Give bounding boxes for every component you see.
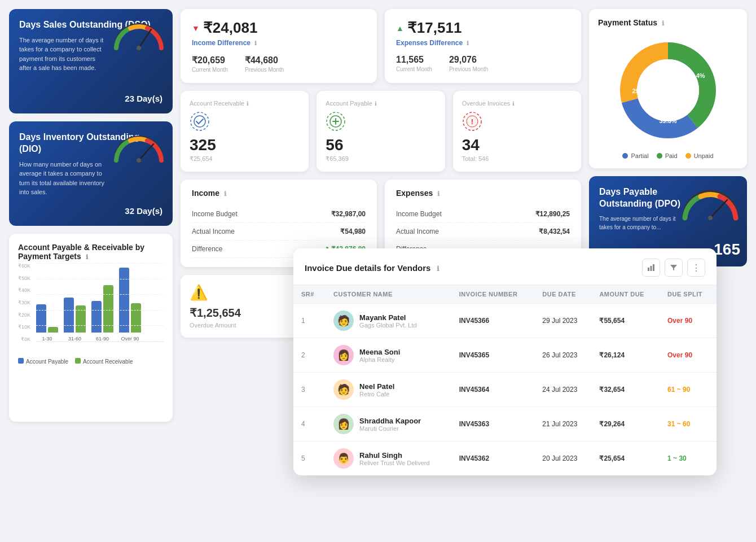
account-receivable-card: Account Receivable ℹ 325 ₹25,654 — [181, 91, 309, 172]
cell-due-date: 20 Jul 2023 — [534, 442, 591, 476]
ar-amount: ₹25,654 — [190, 155, 300, 163]
cell-sr: 2 — [293, 338, 326, 373]
svg-text:!: ! — [471, 117, 473, 126]
oi-info-icon[interactable]: ℹ — [512, 100, 515, 107]
customer-name: Rahul Singh — [359, 451, 430, 460]
modal-actions: ⋮ — [642, 259, 705, 277]
expenses-row-actual: Actual Income ₹8,432,54 — [396, 223, 570, 241]
expense-diff-sub: 11,565 Current Month 29,076 Previous Mon… — [396, 55, 570, 72]
income-row-actual: Actual Income ₹54,980 — [192, 223, 366, 241]
dpo-days: 165 — [714, 241, 740, 259]
dso-card: Days Sales Outstanding (DSO) The average… — [9, 9, 173, 113]
income-prev-val: ₹44,680 — [245, 55, 284, 65]
cell-invoice: INV45364 — [451, 373, 535, 407]
ap-chart-card: Account Payable & Receivable by Payment … — [9, 234, 173, 422]
bar-ap-31-60 — [64, 298, 74, 333]
dso-days: 23 Day(s) — [125, 94, 162, 103]
ps-info-icon[interactable]: ℹ — [662, 20, 664, 27]
dso-desc: The average number of days it takes for … — [19, 36, 107, 73]
top-metrics-row: ▼ ₹24,081 Income Difference ℹ ₹20,659 Cu… — [181, 9, 581, 83]
partial-dot — [622, 153, 628, 159]
overdue-icon: ⚠️ — [190, 284, 208, 301]
income-title: Income ℹ — [192, 189, 366, 198]
cell-invoice: INV45366 — [451, 304, 535, 338]
y-label-10k: ₹10K — [18, 324, 30, 330]
left-column: Days Sales Outstanding (DSO) The average… — [9, 9, 173, 422]
col-due-date: DUE DATE — [534, 285, 591, 304]
bar-group-1-30: 1-30 — [36, 304, 58, 342]
ar-info-icon[interactable]: ℹ — [247, 100, 249, 107]
ap-info-icon[interactable]: ℹ — [375, 100, 377, 107]
oi-header: Overdue Invoices ℹ — [462, 100, 572, 107]
expense-current-val: 11,565 — [396, 55, 432, 65]
modal-chart-button[interactable] — [642, 259, 660, 277]
table-row[interactable]: 4 👩 Shraddha Kapoor Maruti Courier INV45… — [293, 407, 717, 442]
bar-group-31-60: 31-60 — [64, 298, 86, 342]
table-row[interactable]: 5 👨 Rahul Singh Reliver Trust We Deliver… — [293, 442, 717, 476]
svg-line-2 — [139, 144, 153, 160]
account-payable-card: Account Payable ℹ 56 ₹65,369 — [317, 91, 445, 172]
paid-dot — [657, 153, 662, 159]
customer-avatar: 🧑 — [333, 379, 354, 400]
table-row[interactable]: 2 👩 Meena Soni Alpha Realty INV45365 26 … — [293, 338, 717, 373]
expense-diff-info-icon[interactable]: ℹ — [467, 40, 469, 46]
income-info-icon[interactable]: ℹ — [224, 190, 226, 197]
dio-days: 32 Day(s) — [125, 206, 162, 216]
ap-header: Account Payable ℹ — [326, 100, 436, 107]
modal-filter-button[interactable] — [665, 259, 683, 277]
svg-point-4 — [191, 112, 209, 130]
table-header-row: SR# CUSTOMER NAME INVOICE NUMBER DUE DAT… — [293, 285, 717, 304]
y-label-0k: ₹0K — [18, 336, 30, 342]
x-label-31-60: 31-60 — [68, 336, 81, 342]
bar-group-over90: Over 90 — [119, 268, 141, 342]
expenses-info-icon[interactable]: ℹ — [437, 190, 439, 197]
svg-rect-22 — [650, 266, 652, 271]
ap-chart-title: Account Payable & Receivable by Payment … — [18, 243, 164, 261]
expense-prev-lbl: Previous Month — [449, 66, 488, 72]
dso-gauge — [111, 17, 167, 56]
cell-customer: 🧑 Mayank Patel Gags Global Pvt. Ltd — [326, 304, 451, 338]
ar-icon — [190, 111, 210, 132]
customer-name: Shraddha Kapoor — [359, 417, 421, 425]
overdue-amount-val: ₹1,25,654 — [190, 306, 241, 320]
payment-status-card: Payment Status ℹ — [589, 9, 747, 168]
oi-count: 34 — [462, 136, 572, 154]
col-customer: CUSTOMER NAME — [326, 285, 451, 304]
customer-company: Retro Cafe — [359, 391, 394, 397]
col-sr: SR# — [293, 285, 326, 304]
invoice-modal: Invoice Due details for Vendors ℹ ⋮ SR# … — [293, 248, 717, 475]
ap-count: 56 — [326, 136, 436, 154]
overdue-amount-lbl: Overdue Amount — [190, 322, 236, 329]
income-row-budget: Income Budget ₹32,987,00 — [192, 206, 366, 223]
cell-split: Over 90 — [660, 304, 717, 338]
customer-name: Meena Soni — [359, 348, 400, 356]
dpo-title: Days Payable Outstanding (DPO) — [599, 186, 684, 210]
table-row[interactable]: 1 🧑 Mayank Patel Gags Global Pvt. Ltd IN… — [293, 304, 717, 338]
dpo-desc: The average number of days it takes for … — [599, 215, 684, 231]
expense-prev-val: 29,076 — [449, 55, 488, 65]
table-row[interactable]: 3 🧑 Neel Patel Retro Cafe INV45364 24 Ju… — [293, 373, 717, 407]
y-label-30k: ₹30K — [18, 300, 30, 305]
bar-group-61-90: 61-90 — [91, 285, 113, 342]
svg-rect-21 — [648, 268, 649, 271]
y-label-50k: ₹50K — [18, 276, 30, 281]
income-diff-info-icon[interactable]: ℹ — [254, 40, 257, 46]
legend-ap: Account Payable — [18, 358, 68, 365]
ap-chart-info-icon[interactable]: ℹ — [86, 253, 88, 260]
income-prev-lbl: Previous Month — [245, 67, 284, 73]
overdue-invoices-card: Overdue Invoices ℹ ! 34 Total: 546 — [453, 91, 581, 172]
chart-legend: Account Payable Account Receivable — [18, 358, 164, 365]
income-diff-value: ₹24,081 — [203, 19, 258, 37]
legend-ar: Account Receivable — [75, 358, 133, 365]
cell-due-date: 21 Jul 2023 — [534, 407, 591, 442]
legend-unpaid: Unpaid — [685, 152, 714, 159]
modal-info-icon[interactable]: ℹ — [437, 265, 439, 273]
oi-icon: ! — [462, 111, 482, 132]
modal-more-button[interactable]: ⋮ — [687, 259, 705, 277]
cell-customer: 👨 Rahul Singh Reliver Trust We Deliverd — [326, 442, 451, 476]
svg-rect-23 — [653, 264, 654, 271]
y-label-40k: ₹40K — [18, 287, 30, 293]
y-label-20k: ₹20K — [18, 312, 30, 318]
legend-paid: Paid — [657, 152, 678, 159]
cell-amount: ₹32,654 — [591, 373, 660, 407]
